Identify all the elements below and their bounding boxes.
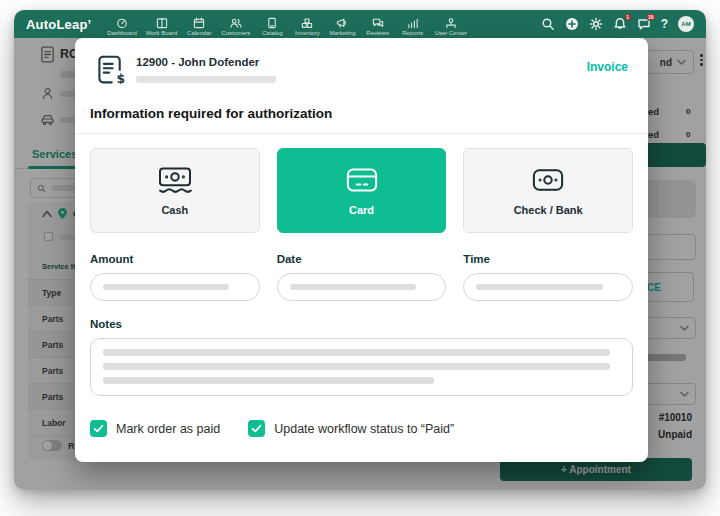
gear-icon (589, 17, 603, 31)
calendar-icon (193, 17, 205, 29)
time-input[interactable] (463, 273, 633, 301)
invoice-link[interactable]: Invoice (587, 60, 628, 74)
message-badge: 10 (646, 13, 656, 21)
marketing-icon (336, 17, 348, 29)
notification-badge: 1 (624, 13, 632, 21)
messages-button[interactable]: 10 (637, 17, 651, 31)
nav-item-calendar[interactable]: Calendar (186, 17, 212, 36)
update-workflow-status-checkbox[interactable]: Update workflow status to “Paid” (248, 420, 454, 437)
navbar-actions: 1 10 ? AM (541, 16, 694, 32)
payment-option-card[interactable]: Card (277, 148, 447, 233)
amount-input[interactable] (90, 273, 260, 301)
top-navbar: AutoLeap’ Dashboard Work Board Calendar … (14, 10, 706, 38)
help-button[interactable]: ? (661, 17, 668, 31)
notes-field-group: Notes (90, 318, 633, 396)
quick-add-button[interactable] (565, 17, 579, 31)
mark-order-paid-checkbox[interactable]: Mark order as paid (90, 420, 220, 437)
user-center-icon (445, 17, 457, 29)
plus-circle-icon (565, 17, 579, 31)
payment-authorization-modal: $ 12900 - John Dofender Invoice Informat… (75, 38, 648, 462)
content-area: RO Services O (14, 38, 706, 490)
search-icon (541, 17, 555, 31)
card-icon (343, 165, 381, 195)
checkbox-label: Mark order as paid (116, 422, 220, 436)
reviews-icon (372, 17, 384, 29)
payment-option-label: Check / Bank (514, 204, 583, 216)
main-nav: Dashboard Work Board Calendar Customers … (107, 10, 467, 38)
app-window: AutoLeap’ Dashboard Work Board Calendar … (14, 10, 706, 490)
autoleap-logo: AutoLeap’ (26, 17, 91, 32)
notes-label: Notes (90, 318, 633, 330)
modal-checkbox-row: Mark order as paid Update workflow statu… (90, 420, 633, 437)
date-field-group: Date (277, 253, 447, 301)
nav-item-dashboard[interactable]: Dashboard (107, 17, 136, 36)
search-button[interactable] (541, 17, 555, 31)
redacted-text-bar (103, 284, 229, 290)
nav-item-user-center[interactable]: User Center (435, 17, 467, 36)
cash-icon (156, 165, 194, 195)
notes-textarea[interactable] (90, 338, 633, 396)
time-field-group: Time (463, 253, 633, 301)
checkbox-checked-icon (90, 420, 107, 437)
help-icon: ? (661, 17, 668, 31)
amount-label: Amount (90, 253, 260, 265)
redacted-text-bar (103, 349, 610, 356)
redacted-text-bar (136, 76, 276, 83)
amount-field-group: Amount (90, 253, 260, 301)
modal-header: $ 12900 - John Dofender Invoice (90, 38, 633, 92)
dashboard-icon (116, 17, 128, 29)
nav-item-marketing[interactable]: Marketing (329, 17, 355, 36)
redacted-text-bar (476, 284, 602, 290)
payment-option-cash[interactable]: Cash (90, 148, 260, 233)
modal-title-block: 12900 - John Dofender (136, 54, 276, 83)
customers-icon (230, 17, 242, 29)
divider (75, 133, 648, 134)
settings-button[interactable] (589, 17, 603, 31)
work-board-icon (156, 17, 168, 29)
nav-item-catalog[interactable]: Catalog (259, 17, 285, 36)
check-bank-icon (529, 165, 567, 195)
redacted-text-bar (103, 377, 434, 384)
inventory-icon (301, 17, 313, 29)
notifications-button[interactable]: 1 (613, 17, 627, 31)
catalog-icon (266, 17, 278, 29)
payment-option-label: Card (349, 204, 374, 216)
checkbox-checked-icon (248, 420, 265, 437)
nav-item-work-board[interactable]: Work Board (146, 17, 178, 36)
redacted-text-bar (290, 284, 416, 290)
nav-item-customers[interactable]: Customers (221, 17, 250, 36)
svg-text:$: $ (117, 72, 125, 86)
nav-item-reports[interactable]: Reports (400, 17, 426, 36)
payment-fields: Amount Date Time (90, 253, 633, 301)
order-title: 12900 - John Dofender (136, 56, 276, 68)
payment-method-options: Cash Card (90, 148, 633, 233)
time-label: Time (463, 253, 633, 265)
reports-icon (407, 17, 419, 29)
checkbox-label: Update workflow status to “Paid” (274, 422, 454, 436)
modal-heading: Information required for authorization (90, 106, 633, 121)
date-input[interactable] (277, 273, 447, 301)
nav-item-inventory[interactable]: Inventory (294, 17, 320, 36)
payment-option-check-bank[interactable]: Check / Bank (463, 148, 633, 233)
invoice-document-icon: $ (95, 54, 125, 86)
user-avatar[interactable]: AM (678, 16, 694, 32)
nav-item-reviews[interactable]: Reviews (365, 17, 391, 36)
date-label: Date (277, 253, 447, 265)
redacted-text-bar (103, 363, 610, 370)
payment-option-label: Cash (161, 204, 188, 216)
